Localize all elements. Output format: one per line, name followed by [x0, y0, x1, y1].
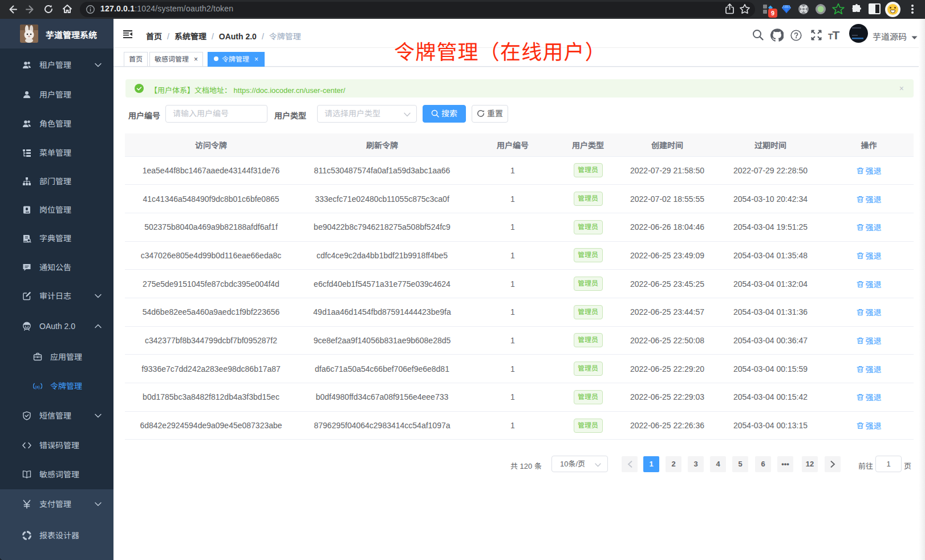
svg-text:(a): (a): [35, 385, 40, 389]
